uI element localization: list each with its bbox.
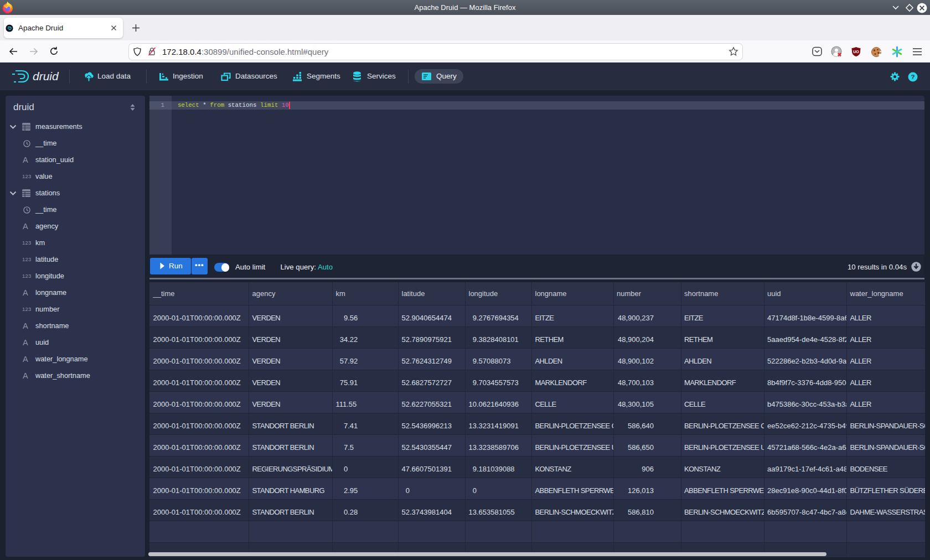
svg-text:?: ? — [911, 74, 914, 80]
svg-text:UO: UO — [853, 50, 859, 54]
